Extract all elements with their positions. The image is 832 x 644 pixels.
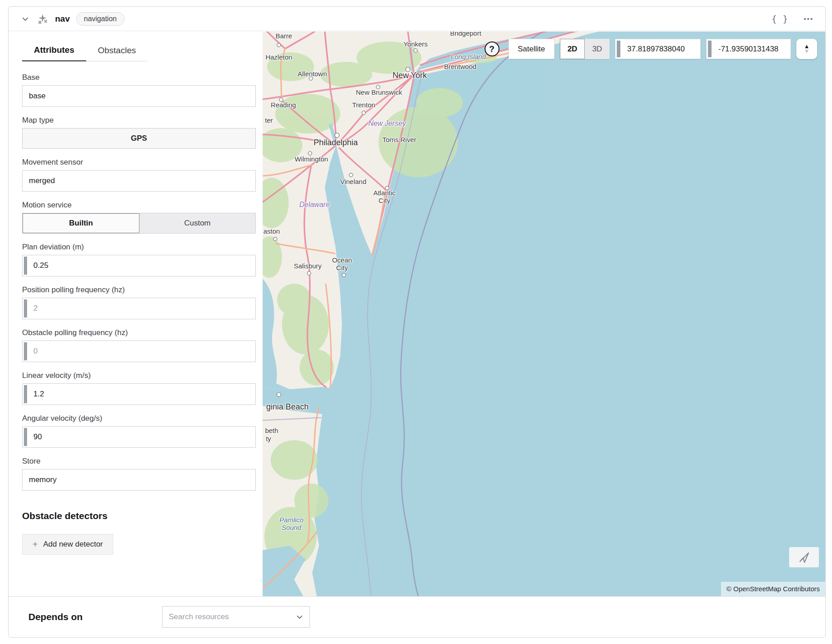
satellite-toggle-button[interactable]: Satellite <box>508 39 555 59</box>
obstacle-polling-label: Obstacle polling frequency (hz) <box>22 328 256 337</box>
obstacle-detectors-heading: Obstacle detectors <box>22 511 256 521</box>
resource-card: nav navigation { } ••• Attributes Obstac… <box>8 6 826 638</box>
motion-service-builtin-option[interactable]: Builtin <box>23 213 139 233</box>
depends-on-select[interactable]: Search resources <box>162 606 310 628</box>
tab-attributes[interactable]: Attributes <box>22 41 86 61</box>
obstacle-polling-field: Obstacle polling frequency (hz) <box>22 328 256 362</box>
angular-velocity-input[interactable] <box>23 427 255 447</box>
obstacle-polling-input[interactable] <box>23 341 255 362</box>
map-attribution: © OpenStreetMap Contributors <box>721 582 825 596</box>
dimension-toggle: 2D 3D <box>560 39 610 59</box>
motion-service-field: Motion service Builtin Custom <box>22 201 256 234</box>
linear-velocity-field: Linear velocity (m/s) <box>22 371 256 405</box>
mode-3d-button[interactable]: 3D <box>585 39 610 59</box>
add-detector-button[interactable]: + Add new detector <box>22 534 113 555</box>
coordinate-stepper[interactable]: ▲ ▼ <box>796 39 817 59</box>
linear-velocity-label: Linear velocity (m/s) <box>22 371 256 380</box>
resource-title: nav <box>55 14 70 24</box>
map-canvas[interactable]: BarreHazletonYonkersBridgeportLong Islan… <box>263 32 825 596</box>
plan-deviation-input[interactable] <box>23 255 255 276</box>
card-header: nav navigation { } ••• <box>9 7 825 31</box>
help-icon[interactable]: ? <box>485 41 499 56</box>
linear-velocity-input[interactable] <box>23 384 255 405</box>
motion-service-custom-option[interactable]: Custom <box>139 213 255 233</box>
map-type-field: Map type GPS <box>22 116 256 149</box>
angular-velocity-label: Angular velocity (deg/s) <box>22 414 256 423</box>
base-field: Base <box>22 73 256 107</box>
tab-obstacles[interactable]: Obstacles <box>86 41 148 61</box>
store-label: Store <box>22 457 256 466</box>
plan-deviation-field: Plan deviation (m) <box>22 243 256 276</box>
movement-sensor-field: Movement sensor <box>22 158 256 192</box>
longitude-field <box>706 39 791 59</box>
angular-velocity-field: Angular velocity (deg/s) <box>22 414 256 448</box>
mode-2d-button[interactable]: 2D <box>560 39 585 59</box>
position-polling-label: Position polling frequency (hz) <box>22 285 256 294</box>
store-field: Store <box>22 457 256 491</box>
depends-on-placeholder: Search resources <box>169 612 296 621</box>
position-polling-field: Position polling frequency (hz) <box>22 285 256 319</box>
navigation-arrow-icon <box>798 552 810 563</box>
base-input[interactable] <box>23 86 255 106</box>
motion-service-label: Motion service <box>22 201 256 210</box>
attributes-panel: Attributes Obstacles Base Map type GPS M… <box>9 32 263 596</box>
resource-type-badge: navigation <box>76 12 125 26</box>
depends-on-heading: Depends on <box>28 612 83 622</box>
depends-on-footer: Depends on Search resources <box>9 596 825 637</box>
step-down-icon: ▼ <box>804 49 810 54</box>
longitude-input[interactable] <box>707 39 790 59</box>
recenter-button[interactable] <box>789 547 819 567</box>
latitude-field <box>615 39 701 59</box>
collapse-chevron-icon[interactable] <box>20 14 30 24</box>
chevron-down-icon <box>296 613 303 621</box>
tab-bar: Attributes Obstacles <box>22 41 256 61</box>
position-polling-input[interactable] <box>23 298 255 319</box>
map-controls: ? Satellite 2D 3D ▲ ▼ <box>485 39 817 59</box>
plan-deviation-label: Plan deviation (m) <box>22 243 256 252</box>
overflow-menu-icon[interactable]: ••• <box>804 15 814 23</box>
base-label: Base <box>22 73 256 82</box>
store-input[interactable] <box>23 469 255 490</box>
movement-sensor-label: Movement sensor <box>22 158 256 167</box>
map-tiles <box>263 32 825 596</box>
plus-icon: + <box>32 539 38 550</box>
add-detector-label: Add new detector <box>43 540 103 549</box>
json-mode-icon[interactable]: { } <box>772 14 788 24</box>
service-sparkle-icon <box>37 13 49 25</box>
map-type-gps-button[interactable]: GPS <box>22 128 256 149</box>
map-type-label: Map type <box>22 116 256 125</box>
latitude-input[interactable] <box>615 39 700 59</box>
movement-sensor-input[interactable] <box>23 170 255 191</box>
